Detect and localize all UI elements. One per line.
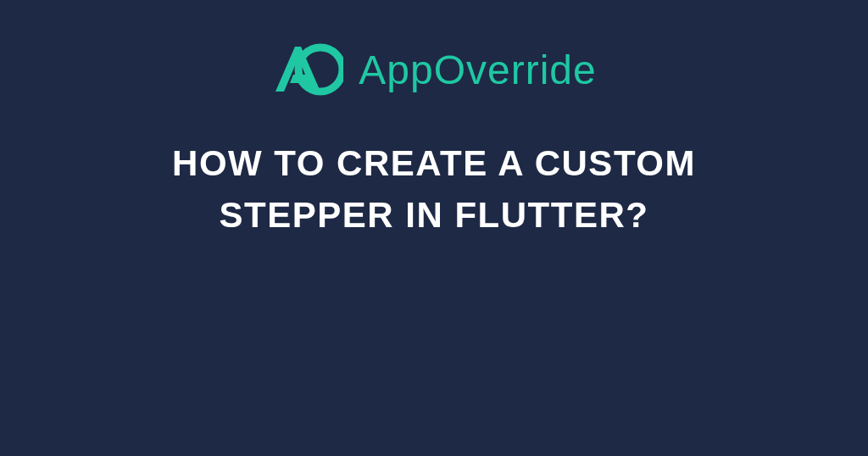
logo-row: AppOverride <box>271 42 596 97</box>
banner-container: AppOverride How to create a Custom Stepp… <box>0 0 868 456</box>
brand-logo-icon <box>271 42 343 97</box>
brand-name: AppOverride <box>359 47 596 93</box>
headline-text: How to create a Custom Stepper in Flutte… <box>103 138 765 242</box>
